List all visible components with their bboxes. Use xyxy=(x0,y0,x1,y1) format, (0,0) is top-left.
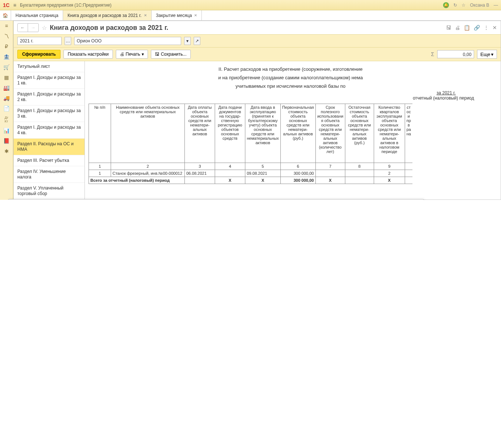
tab-report[interactable]: Книга доходов и расходов за 2021 г.✕ xyxy=(63,10,151,20)
td xyxy=(185,177,215,184)
td: 300 000,00 xyxy=(280,170,315,177)
org-dropdown-icon[interactable]: ▾ xyxy=(184,37,191,45)
td: X xyxy=(315,177,345,184)
org-input[interactable]: Орион ООО xyxy=(74,37,181,45)
form-button[interactable]: Сформировать xyxy=(17,50,61,59)
td xyxy=(345,170,374,177)
td: 5 xyxy=(245,163,281,170)
user-name[interactable]: Оксана В xyxy=(470,3,489,8)
td: 1 xyxy=(89,170,111,177)
rail-bank-icon[interactable]: 🏦 xyxy=(3,54,10,60)
tree-item[interactable]: Раздел I. Доходы и расходы за 1 кв. xyxy=(14,72,84,89)
rail-factory-icon[interactable]: 🏭 xyxy=(3,85,10,91)
doc-sub: отчетный (налоговый) период xyxy=(85,95,496,101)
tree-item[interactable]: Раздел IV. Уменьшение налога xyxy=(14,166,84,183)
chevron-down-icon: ▾ xyxy=(491,52,494,57)
rail-truck-icon[interactable]: 🚚 xyxy=(3,95,10,101)
rail-ruble-icon[interactable]: ₽ xyxy=(5,44,8,49)
td: 7 xyxy=(315,163,345,170)
tree-item[interactable]: Раздел I. Доходы и расходы за 2 кв. xyxy=(14,89,84,105)
rail-book-icon[interactable]: 📕 xyxy=(3,138,10,144)
report-panel-overlay: Продолжение ← → ☆ Книга доходов и расход… xyxy=(8,199,424,200)
hamburger-icon[interactable]: ≡ xyxy=(13,2,16,8)
tree-panel: Титульный лист Раздел I. Доходы и расход… xyxy=(14,61,85,199)
td: 2 xyxy=(111,163,185,170)
history-icon[interactable]: ↻ xyxy=(453,3,457,8)
td: 2 xyxy=(374,170,405,177)
td: 300 000,00 xyxy=(280,177,315,184)
bell-icon[interactable]: 🔔 xyxy=(443,2,449,8)
th: Дата ввода в эксплуатацию (принятия к бу… xyxy=(245,104,281,163)
doc-area-top: II. Расчет расходов на приобретение (соо… xyxy=(85,61,501,199)
doc-title-line: и на приобретение (создание самим налого… xyxy=(85,73,496,82)
th: Первоначальная стоимость объекта основны… xyxy=(280,104,315,163)
rail-cart-icon[interactable]: 🛒 xyxy=(3,64,10,70)
th: ст ос и пр в ра на xyxy=(405,104,412,163)
rail-doc-icon[interactable]: 📄 xyxy=(3,105,10,111)
th: Остаточная стоимость объекта основных ср… xyxy=(345,104,374,163)
favorite-icon[interactable]: ☆ xyxy=(462,3,466,8)
org-open-icon[interactable]: ↗ xyxy=(194,37,200,45)
link-icon[interactable]: 🔗 xyxy=(474,25,480,31)
td xyxy=(405,177,412,184)
sigma-icon: Σ xyxy=(431,51,434,57)
tree-item[interactable]: Раздел I. Доходы и расходы за 3 кв. xyxy=(14,105,84,122)
td: 1 xyxy=(89,163,111,170)
save-icon[interactable]: 🖫 xyxy=(446,25,451,31)
nav-forward-icon[interactable]: → xyxy=(28,24,38,32)
close-icon[interactable]: ✕ xyxy=(493,25,497,31)
print-icon[interactable]: 🖨 xyxy=(455,25,460,31)
doc-title-line: II. Расчет расходов на приобретение (соо… xyxy=(85,65,496,73)
year-input[interactable]: 2021 г. xyxy=(17,37,62,45)
tab-closing[interactable]: Закрытие месяца✕ xyxy=(152,10,202,20)
close-icon[interactable]: ✕ xyxy=(194,13,197,17)
td: Станок фрезерный, инв.№00-000012 xyxy=(111,170,185,177)
year-picker-icon[interactable]: … xyxy=(65,37,71,45)
th: № п/п xyxy=(89,104,111,163)
star-icon[interactable]: ☆ xyxy=(42,24,47,31)
td: X xyxy=(215,177,245,184)
td: 06.08.2021 xyxy=(185,170,215,177)
report-panel-top: ← → ☆ Книга доходов и расходов за 2021 г… xyxy=(13,21,501,200)
export-icon[interactable]: 📋 xyxy=(464,25,470,31)
save-button[interactable]: 🖫Сохранить... xyxy=(151,50,191,59)
td xyxy=(215,170,245,177)
tabs-bar: 🏠 Начальная страница Книга доходов и рас… xyxy=(0,10,501,21)
tab-start[interactable]: Начальная страница xyxy=(11,10,63,20)
td xyxy=(405,163,412,170)
settings-button[interactable]: Показать настройки xyxy=(63,50,113,59)
more-button[interactable]: Еще ▾ xyxy=(477,50,497,59)
nav-back-icon[interactable]: ← xyxy=(18,24,28,32)
print-button[interactable]: 🖨Печать ▾ xyxy=(116,50,148,59)
doc-year: за 2021 г. xyxy=(85,90,496,95)
disk-icon: 🖫 xyxy=(155,52,159,57)
td xyxy=(345,177,374,184)
close-icon[interactable]: ✕ xyxy=(144,13,147,17)
td: 6 xyxy=(280,163,315,170)
sum-field[interactable]: 0,00 xyxy=(437,50,474,58)
home-icon[interactable]: 🏠 xyxy=(0,10,11,20)
rail-menu-icon[interactable]: ≡ xyxy=(5,23,8,29)
menu-icon[interactable]: ⋮ xyxy=(484,25,489,31)
chevron-down-icon: ▾ xyxy=(142,52,144,57)
th: Дата подачи документов на государ-ственн… xyxy=(215,104,245,163)
tree-item-selected[interactable]: Раздел II. Расходы на ОС и НМА xyxy=(14,139,84,155)
tree-item[interactable]: Раздел V. Уплаченный торговый сбор xyxy=(14,183,84,199)
td: 8 xyxy=(345,163,374,170)
rail-gear-icon[interactable]: ✱ xyxy=(4,148,9,154)
th: Срок полезного использовани я объекта ос… xyxy=(315,104,345,163)
tree-item[interactable]: Раздел I. Доходы и расходы за 4 кв. xyxy=(14,122,84,139)
rail-dtky-icon[interactable]: ДтКт xyxy=(4,116,8,123)
tree-item[interactable]: Раздел III. Расчет убытка xyxy=(14,155,84,166)
rail-chart-icon[interactable]: 〽 xyxy=(4,33,9,39)
minimize-icon[interactable]: — xyxy=(494,3,498,8)
th: Количество кварталов эксплуатации объект… xyxy=(374,104,405,163)
doc-title-line: учитываемых при исчислении налоговой баз… xyxy=(85,82,496,90)
rail-box-icon[interactable]: ▦ xyxy=(4,74,9,80)
tree-item[interactable]: Титульный лист xyxy=(14,61,84,72)
nav-buttons: ← → xyxy=(17,23,39,32)
rail-stats-icon[interactable]: 📊 xyxy=(3,128,10,133)
side-rail: ≡ 〽 ₽ 🏦 🛒 ▦ 🏭 🚚 📄 ДтКт 📊 📕 ✱ xyxy=(0,21,13,200)
report-table-top: № п/п Наименование объекта основных сред… xyxy=(89,104,412,184)
td: 4 xyxy=(215,163,245,170)
